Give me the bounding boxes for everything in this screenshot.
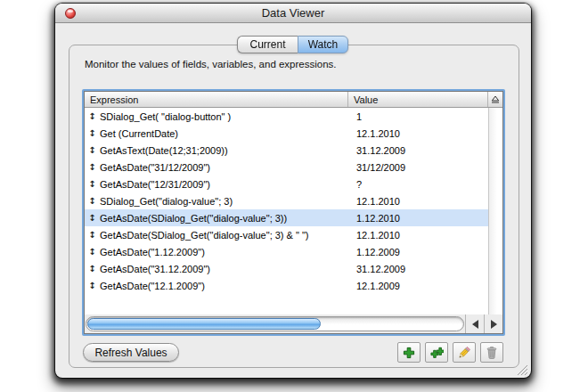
row-expression: GetAsDate(SDialog_Get("dialog-value"; 3)… [100, 213, 347, 224]
table-row[interactable]: ↕ GetAsDate("12.1.2009") 12.1.2009 [85, 277, 488, 294]
table-row[interactable]: ↕ GetAsDate("31.12.2009") 31.12.2009 [85, 260, 488, 277]
column-header-expression[interactable]: Expression [85, 92, 347, 107]
row-expression: Get (CurrentDate) [100, 128, 347, 139]
green-plus-icon [402, 346, 416, 360]
row-value: 1.12.2010 [347, 213, 400, 224]
row-expression: GetAsDate("12.1.2009") [100, 281, 347, 291]
table-body: ↕ SDialog_Get( "dialog-button" ) 1 ↕ Get… [85, 108, 502, 314]
scroll-right-button[interactable] [484, 314, 502, 333]
row-expression: GetAsDate(SDialog_Get("dialog-value"; 3)… [100, 230, 347, 241]
row-value: 12.1.2010 [347, 230, 400, 241]
table-row[interactable]: ↕ GetAsDate("1.12.2009") 1.12.2009 [85, 243, 488, 260]
row-expression: GetAsDate("1.12.2009") [100, 247, 347, 257]
tab-current[interactable]: Current [237, 36, 298, 53]
row-value: 31.12.2009 [347, 264, 405, 274]
row-value: 12.1.2010 [347, 196, 400, 207]
table-header: Expression Value [85, 92, 502, 108]
table-row[interactable]: ↕ SDialog_Get( "dialog-button" ) 1 [85, 108, 488, 125]
row-expression: SDialog_Get("dialog-value"; 3) [100, 196, 347, 207]
table-row[interactable]: ↕ GetAsDate(SDialog_Get("dialog-value"; … [85, 226, 488, 243]
delete-expression-button[interactable] [480, 342, 503, 363]
table-row[interactable]: ↕ GetAsDate(SDialog_Get("dialog-value"; … [85, 209, 488, 226]
updown-arrow-icon: ↕ [85, 230, 100, 240]
row-expression: GetAsDate("12/31/2009") [100, 179, 347, 190]
vertical-scrollbar[interactable] [488, 108, 502, 314]
row-value: 12.1.2010 [347, 128, 400, 139]
resize-grip[interactable] [517, 363, 528, 375]
description-text: Monitor the values of fields, variables,… [85, 59, 337, 69]
updown-arrow-icon: ↕ [85, 111, 100, 121]
expression-action-buttons [397, 342, 503, 363]
add-expression-button[interactable] [397, 342, 421, 363]
table-row[interactable]: ↕ GetAsDate("12/31/2009") ? [85, 176, 488, 192]
add-multiple-expressions-button[interactable] [425, 342, 448, 363]
row-value: 12.1.2009 [347, 281, 400, 291]
updown-arrow-icon: ↕ [85, 179, 100, 189]
updown-arrow-icon: ↕ [85, 281, 100, 290]
table-row[interactable]: ↕ SDialog_Get("dialog-value"; 3) 12.1.20… [85, 192, 488, 209]
row-expression: SDialog_Get( "dialog-button" ) [100, 111, 347, 122]
watch-table: Expression Value ↕ SDialog_Get( "dialog-… [82, 89, 505, 336]
updown-arrow-icon: ↕ [85, 196, 100, 206]
scrollbar-arrow-group [465, 314, 502, 333]
refresh-values-button[interactable]: Refresh Values [83, 343, 179, 362]
row-value: 1 [347, 111, 362, 122]
column-header-sort[interactable] [487, 92, 502, 107]
horizontal-scrollbar-thumb[interactable] [87, 318, 321, 330]
screenshot-stage: Data Viewer Current Watch Monitor the va… [0, 0, 588, 392]
row-value: 31.12.2009 [347, 145, 405, 156]
updown-arrow-icon: ↕ [85, 264, 100, 274]
data-viewer-window: Data Viewer Current Watch Monitor the va… [55, 4, 531, 378]
arrow-right-icon [491, 320, 497, 329]
updown-arrow-icon: ↕ [85, 247, 100, 257]
sort-column-icon [491, 95, 500, 103]
horizontal-scrollbar [85, 314, 502, 333]
row-value: 1.12.2009 [347, 247, 400, 257]
row-expression: GetAsDate("31.12.2009") [100, 264, 347, 274]
pencil-icon [457, 346, 471, 360]
updown-arrow-icon: ↕ [85, 213, 100, 223]
window-title: Data Viewer [55, 6, 531, 20]
table-row[interactable]: ↕ Get (CurrentDate) 12.1.2010 [85, 125, 488, 142]
updown-arrow-icon: ↕ [85, 128, 100, 138]
green-double-plus-icon [429, 346, 444, 360]
table-row[interactable]: ↕ GetAsDate("31/12/2009") 31/12/2009 [85, 159, 488, 176]
updown-arrow-icon: ↕ [85, 145, 100, 155]
title-bar[interactable]: Data Viewer [55, 4, 531, 23]
edit-expression-button[interactable] [453, 342, 476, 363]
row-value: ? [347, 179, 362, 190]
updown-arrow-icon: ↕ [85, 162, 100, 172]
row-expression: GetAsText(Date(12;31;2009)) [100, 145, 347, 156]
arrow-left-icon [472, 320, 478, 329]
row-expression: GetAsDate("31/12/2009") [100, 162, 347, 173]
tab-watch[interactable]: Watch [298, 36, 348, 53]
row-value: 31/12/2009 [347, 162, 405, 173]
table-row[interactable]: ↕ GetAsText(Date(12;31;2009)) 31.12.2009 [85, 142, 488, 159]
tab-bar: Current Watch [237, 36, 348, 53]
horizontal-scrollbar-track[interactable] [86, 316, 464, 331]
watch-table-inner: Expression Value ↕ SDialog_Get( "dialog-… [84, 91, 503, 334]
scroll-left-button[interactable] [466, 314, 484, 333]
column-header-value[interactable]: Value [347, 92, 487, 107]
trash-icon [485, 346, 499, 360]
